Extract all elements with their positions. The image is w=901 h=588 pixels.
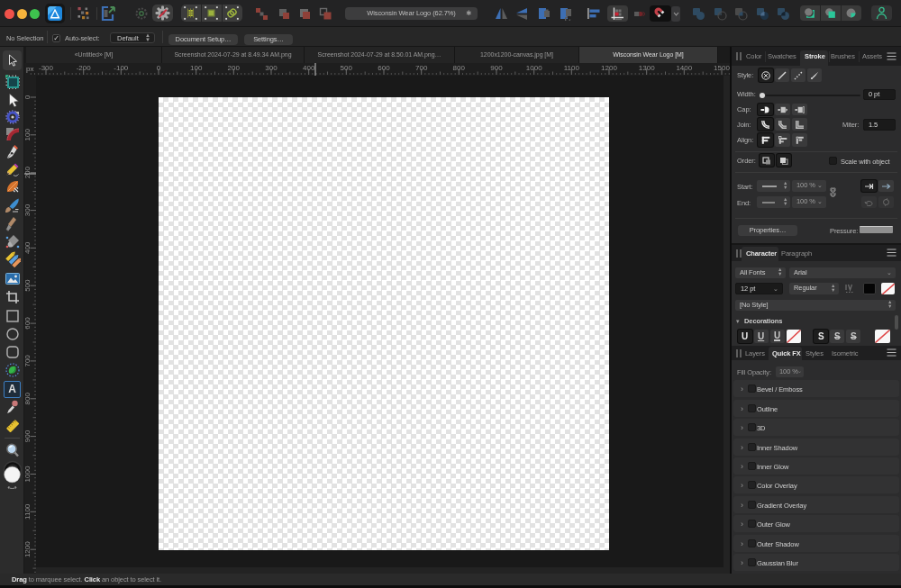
svg-text:800: 800	[24, 393, 32, 405]
svg-text:1500: 1500	[714, 64, 730, 72]
svg-text:-100: -100	[114, 64, 129, 72]
svg-text:500: 500	[341, 64, 353, 72]
svg-text:0: 0	[24, 95, 32, 99]
svg-text:-200: -200	[77, 64, 92, 72]
svg-text:100: 100	[190, 64, 203, 72]
svg-text:1100: 1100	[24, 503, 32, 520]
svg-text:200: 200	[228, 64, 241, 72]
svg-text:1000: 1000	[526, 64, 542, 72]
svg-text:1200: 1200	[24, 541, 32, 557]
svg-text:0: 0	[157, 64, 161, 72]
svg-text:500: 500	[24, 279, 32, 292]
svg-text:1400: 1400	[676, 64, 692, 72]
svg-text:300: 300	[24, 204, 32, 216]
svg-text:200: 200	[24, 166, 32, 178]
svg-text:400: 400	[303, 64, 315, 72]
svg-text:600: 600	[24, 317, 32, 330]
svg-text:300: 300	[265, 64, 278, 72]
svg-text:800: 800	[453, 64, 466, 72]
svg-text:1100: 1100	[564, 64, 580, 72]
svg-text:700: 700	[24, 355, 32, 367]
svg-text:900: 900	[490, 64, 503, 72]
svg-text:-300: -300	[39, 64, 54, 72]
svg-text:700: 700	[415, 64, 428, 72]
svg-text:600: 600	[378, 64, 390, 72]
svg-text:1200: 1200	[601, 64, 617, 72]
svg-text:1000: 1000	[24, 466, 32, 482]
svg-text:400: 400	[24, 241, 32, 254]
svg-text:1300: 1300	[639, 64, 655, 72]
svg-text:900: 900	[24, 430, 32, 442]
svg-text:100: 100	[24, 129, 32, 141]
